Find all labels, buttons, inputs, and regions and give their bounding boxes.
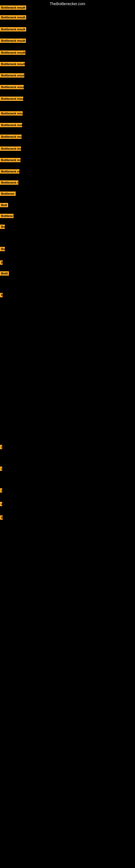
bottleneck-result-item[interactable]: Bottleneck result	[0, 111, 23, 117]
bottleneck-result-item[interactable]: Bott	[0, 203, 8, 208]
bottleneck-result-item[interactable]: Bottlene	[0, 214, 13, 219]
bottleneck-result-label: Bottlene	[0, 214, 13, 218]
bottleneck-result-item[interactable]: B	[0, 516, 3, 521]
bottleneck-result-item[interactable]: Bottleneck res	[0, 169, 19, 175]
bottleneck-result-label: Bottleneck re	[0, 180, 18, 185]
bottleneck-result-label: Bottl	[0, 271, 9, 276]
bottleneck-result-item[interactable]: e	[0, 502, 2, 507]
bottleneck-result-label: Bottleneck resu	[0, 123, 22, 127]
bottleneck-result-item[interactable]: Bottleneck result	[0, 38, 26, 44]
bottleneck-result-label: Bottleneck result	[0, 62, 25, 66]
bottleneck-result-item[interactable]: |	[0, 445, 2, 450]
bottleneck-result-item[interactable]: Bottlenec	[0, 191, 16, 197]
bottleneck-result-item[interactable]: Bottleneck resu	[0, 147, 21, 152]
bottleneck-result-label: |	[0, 445, 2, 449]
bottleneck-result-item[interactable]: Bottleneck result	[0, 97, 23, 102]
bottleneck-result-label: Bottleneck result	[0, 97, 23, 101]
bottleneck-result-label: Bottleneck result	[0, 15, 26, 20]
bottleneck-result-label: B	[0, 516, 3, 520]
bottleneck-result-item[interactable]: Bottl	[0, 271, 9, 277]
bottleneck-result-label: Bottleneck result	[0, 51, 26, 55]
bottleneck-result-label: Bottleneck result	[0, 111, 23, 116]
bottleneck-result-label: Bottleneck resu	[0, 158, 20, 162]
bottleneck-result-item[interactable]: B	[0, 293, 3, 299]
bottleneck-result-item[interactable]: |	[0, 467, 2, 472]
bottleneck-result-item[interactable]: Bo	[0, 247, 5, 252]
bottleneck-result-label: Bott	[0, 203, 8, 207]
bottleneck-result-label: B	[0, 293, 3, 297]
bottleneck-result-item[interactable]: Bottleneck result	[0, 5, 26, 11]
bottleneck-result-label: Bottleneck res	[0, 169, 19, 174]
bottleneck-result-item[interactable]: Bottleneck re	[0, 180, 18, 186]
bottleneck-result-label: Bottleneck resu	[0, 134, 21, 139]
bottleneck-result-item[interactable]: Bottleneck result	[0, 51, 26, 56]
bottleneck-result-item[interactable]: Bottleneck resu	[0, 158, 20, 163]
bottleneck-result-label: Bottleneck result	[0, 73, 24, 78]
bottleneck-result-item[interactable]: Bottleneck result	[0, 85, 24, 90]
bottleneck-result-item[interactable]: |	[0, 488, 2, 494]
bottleneck-result-label: Bottleneck resu	[0, 147, 21, 151]
bottleneck-result-label: |	[0, 467, 2, 471]
bottleneck-result-item[interactable]: B	[0, 260, 3, 266]
bottleneck-result-label: Bo	[0, 247, 5, 251]
bottleneck-result-label: Bottleneck result	[0, 27, 26, 31]
bottleneck-result-label: Bottlenec	[0, 191, 16, 196]
bottleneck-result-item[interactable]: Bottleneck result	[0, 27, 26, 33]
bottleneck-result-item[interactable]: Bottleneck result	[0, 62, 25, 67]
bottleneck-result-label: e	[0, 502, 2, 506]
bottleneck-result-item[interactable]: Bo	[0, 225, 5, 230]
bottleneck-result-label: B	[0, 260, 3, 265]
bottleneck-result-item[interactable]: Bottleneck resu	[0, 123, 22, 128]
bottleneck-result-label: Bo	[0, 225, 5, 229]
bottleneck-result-label: Bottleneck result	[0, 85, 24, 89]
bottleneck-result-label: |	[0, 488, 2, 493]
bottleneck-result-label: Bottleneck result	[0, 38, 26, 43]
bottleneck-result-label: Bottleneck result	[0, 5, 26, 10]
bottleneck-result-item[interactable]: Bottleneck resu	[0, 134, 21, 140]
bottleneck-result-item[interactable]: Bottleneck result	[0, 73, 24, 79]
bottleneck-result-item[interactable]: Bottleneck result	[0, 15, 26, 21]
